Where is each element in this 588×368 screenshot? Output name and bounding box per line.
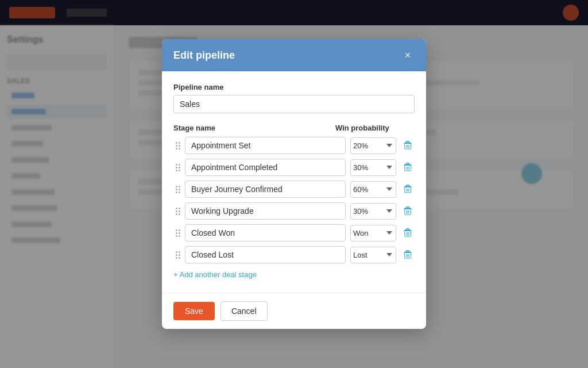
pipeline-name-label: Pipeline name <box>173 83 415 91</box>
stage-delete-button[interactable] <box>401 248 415 262</box>
stage-name-input[interactable] <box>185 181 346 198</box>
stage-row: 10%20%30%40%50%60%70%80%90%100%WonLost <box>173 246 415 263</box>
stage-name-input[interactable] <box>185 202 346 220</box>
drag-handle-icon[interactable] <box>173 186 183 193</box>
cancel-button[interactable]: Cancel <box>220 301 268 321</box>
modal-body: Pipeline name Stage name Win probability… <box>162 71 426 293</box>
stage-probability-select[interactable]: 10%20%30%40%50%60%70%80%90%100%WonLost <box>350 137 396 154</box>
stage-delete-button[interactable] <box>401 204 415 218</box>
stage-row: 10%20%30%40%50%60%70%80%90%100%WonLost <box>173 202 415 220</box>
modal-footer: Save Cancel <box>162 293 426 329</box>
stage-row: 10%20%30%40%50%60%70%80%90%100%WonLost <box>173 181 415 198</box>
add-stage-button[interactable]: + Add another deal stage <box>173 270 257 279</box>
edit-pipeline-modal: Edit pipeline × Pipeline name Stage name… <box>162 39 426 329</box>
stages-container: 10%20%30%40%50%60%70%80%90%100%WonLost 1… <box>173 137 415 263</box>
save-button[interactable]: Save <box>173 302 215 320</box>
win-prob-col-header: Win probability <box>335 124 399 132</box>
stage-probability-select[interactable]: 10%20%30%40%50%60%70%80%90%100%WonLost <box>350 247 396 263</box>
stage-name-input[interactable] <box>185 159 346 176</box>
drag-handle-icon[interactable] <box>173 164 183 171</box>
stage-delete-button[interactable] <box>401 160 415 174</box>
stage-delete-button[interactable] <box>401 139 415 152</box>
stage-probability-select[interactable]: 10%20%30%40%50%60%70%80%90%100%WonLost <box>350 225 396 241</box>
stage-name-input[interactable] <box>185 137 346 154</box>
stages-header: Stage name Win probability <box>173 124 415 132</box>
modal-header: Edit pipeline × <box>162 39 426 71</box>
stage-probability-select[interactable]: 10%20%30%40%50%60%70%80%90%100%WonLost <box>350 181 396 198</box>
stage-delete-button[interactable] <box>401 226 415 240</box>
modal-title: Edit pipeline <box>173 49 235 62</box>
drag-handle-icon[interactable] <box>173 208 183 215</box>
stage-name-input[interactable] <box>185 246 346 263</box>
modal-close-button[interactable]: × <box>401 48 415 62</box>
stage-row: 10%20%30%40%50%60%70%80%90%100%WonLost <box>173 224 415 241</box>
drag-handle-icon[interactable] <box>173 229 183 237</box>
modal-overlay: Edit pipeline × Pipeline name Stage name… <box>0 0 588 368</box>
stage-row: 10%20%30%40%50%60%70%80%90%100%WonLost <box>173 137 415 154</box>
drag-handle-icon[interactable] <box>173 142 183 150</box>
stage-name-col-header: Stage name <box>173 124 335 132</box>
stage-probability-select[interactable]: 10%20%30%40%50%60%70%80%90%100%WonLost <box>350 203 396 220</box>
stage-delete-button[interactable] <box>401 182 415 196</box>
stage-row: 10%20%30%40%50%60%70%80%90%100%WonLost <box>173 159 415 176</box>
drag-handle-icon[interactable] <box>173 251 183 259</box>
pipeline-name-input[interactable] <box>173 95 415 113</box>
stage-probability-select[interactable]: 10%20%30%40%50%60%70%80%90%100%WonLost <box>350 159 396 176</box>
stage-name-input[interactable] <box>185 224 346 241</box>
